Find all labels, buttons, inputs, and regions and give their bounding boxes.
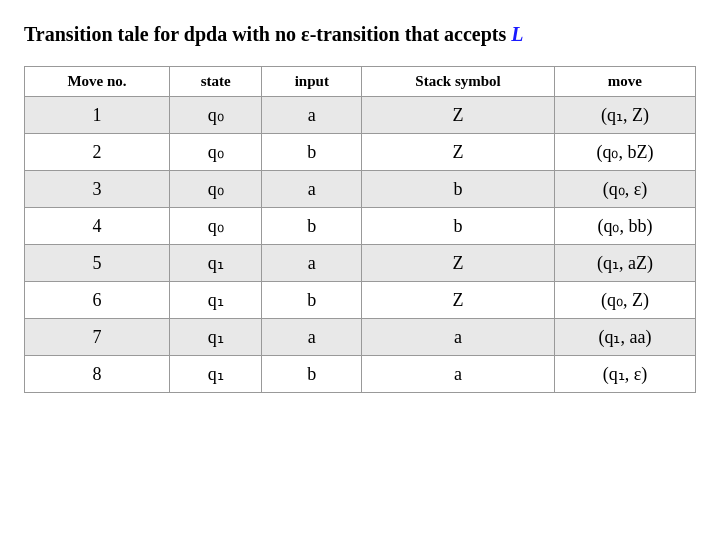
stack-symbol-cell: Z [362,245,555,282]
table-row: 3q₀ab(q₀, ε) [25,171,696,208]
input-cell: a [262,319,362,356]
stack-symbol-cell: Z [362,97,555,134]
state-cell: q₁ [170,282,262,319]
move-cell: (q₀, bb) [554,208,695,245]
table-header-row: Move no. state input Stack symbol move [25,67,696,97]
col-header-move-no: Move no. [25,67,170,97]
move-cell: (q₀, Z) [554,282,695,319]
move-cell: (q₁, aa) [554,319,695,356]
move-no-cell: 5 [25,245,170,282]
table-row: 1q₀aZ(q₁, Z) [25,97,696,134]
table-row: 2q₀bZ(q₀, bZ) [25,134,696,171]
state-cell: q₀ [170,134,262,171]
col-header-input: input [262,67,362,97]
table-row: 5q₁aZ(q₁, aZ) [25,245,696,282]
move-no-cell: 7 [25,319,170,356]
move-cell: (q₁, Z) [554,97,695,134]
move-cell: (q₁, ε) [554,356,695,393]
col-header-move: move [554,67,695,97]
table-row: 8q₁ba(q₁, ε) [25,356,696,393]
table-row: 4q₀bb(q₀, bb) [25,208,696,245]
move-no-cell: 8 [25,356,170,393]
move-no-cell: 3 [25,171,170,208]
state-cell: q₀ [170,97,262,134]
table-row: 7q₁aa(q₁, aa) [25,319,696,356]
move-cell: (q₀, ε) [554,171,695,208]
move-no-cell: 6 [25,282,170,319]
input-cell: b [262,356,362,393]
col-header-stack-symbol: Stack symbol [362,67,555,97]
move-no-cell: 2 [25,134,170,171]
state-cell: q₁ [170,319,262,356]
stack-symbol-cell: a [362,356,555,393]
state-cell: q₀ [170,171,262,208]
input-cell: a [262,245,362,282]
stack-symbol-cell: b [362,171,555,208]
stack-symbol-cell: b [362,208,555,245]
state-cell: q₁ [170,356,262,393]
move-no-cell: 4 [25,208,170,245]
move-no-cell: 1 [25,97,170,134]
stack-symbol-cell: Z [362,282,555,319]
table-row: 6q₁bZ(q₀, Z) [25,282,696,319]
input-cell: a [262,97,362,134]
L-label: L [511,23,523,45]
input-cell: a [262,171,362,208]
move-cell: (q₀, bZ) [554,134,695,171]
input-cell: b [262,134,362,171]
stack-symbol-cell: Z [362,134,555,171]
input-cell: b [262,208,362,245]
input-cell: b [262,282,362,319]
col-header-state: state [170,67,262,97]
state-cell: q₁ [170,245,262,282]
move-cell: (q₁, aZ) [554,245,695,282]
transition-table: Move no. state input Stack symbol move 1… [24,66,696,393]
state-cell: q₀ [170,208,262,245]
page-title: Transition tale for dpda with no ε-trans… [24,20,696,48]
stack-symbol-cell: a [362,319,555,356]
